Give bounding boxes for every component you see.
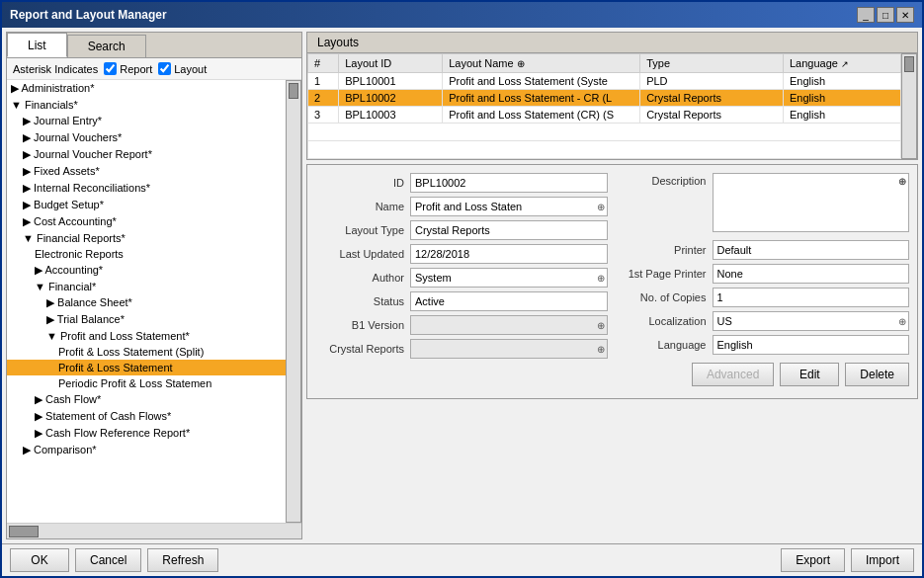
- layout-checkbox[interactable]: [158, 62, 171, 75]
- detail-name-row: Name Profit and Loss Staten: [315, 197, 608, 216]
- advanced-button[interactable]: Advanced: [692, 363, 774, 386]
- tree-item-profit-loss-statement[interactable]: ▼ Profit and Loss Statement*: [7, 328, 286, 344]
- close-button[interactable]: ✕: [896, 7, 914, 23]
- details-right-col: Description ⊕ Printer Default 1st Pag: [618, 173, 910, 390]
- col-language[interactable]: Language ↗: [783, 54, 900, 73]
- col-layout-name[interactable]: Layout Name ⊕: [443, 54, 640, 73]
- tree-item-internal-reconciliations[interactable]: ▶ Internal Reconciliations*: [7, 180, 286, 197]
- tree-item-pls-split[interactable]: Profit & Loss Statement (Split): [7, 344, 286, 360]
- cell-language: English: [783, 90, 900, 107]
- tree-container[interactable]: ▶ Administration* ▼ Financials* ▶ Journa…: [7, 80, 286, 523]
- layout-label: Layout: [174, 63, 207, 75]
- detail-status-row: Status Active: [315, 291, 608, 311]
- col-layout-id[interactable]: Layout ID: [339, 54, 443, 73]
- table-row[interactable]: 3 BPL10003 Profit and Loss Statement (CR…: [308, 107, 901, 124]
- detail-id-row: ID BPL10002: [315, 173, 608, 193]
- tree-item-financial[interactable]: ▼ Financial*: [7, 279, 286, 294]
- import-button[interactable]: Import: [851, 548, 914, 572]
- tree-item-journal-entry[interactable]: ▶ Journal Entry*: [7, 113, 286, 129]
- no-of-copies-label: No. of Copies: [618, 291, 707, 303]
- col-type[interactable]: Type: [640, 54, 784, 73]
- right-panel: Layouts # Layout ID Layout Name ⊕ Type L…: [306, 32, 918, 539]
- tree-item-pls[interactable]: Profit & Loss Statement: [7, 360, 286, 375]
- detail-language-row: Language English: [618, 335, 910, 355]
- tree-item-fixed-assets[interactable]: ▶ Fixed Assets*: [7, 163, 286, 180]
- tree-item-electronic-reports[interactable]: Electronic Reports: [7, 246, 286, 262]
- detail-printer-row: Printer Default: [618, 240, 910, 260]
- tree-item-comparison[interactable]: ▶ Comparison*: [7, 442, 286, 458]
- layout-type-value[interactable]: Crystal Reports: [410, 220, 608, 240]
- localization-value[interactable]: US: [713, 311, 910, 331]
- layouts-section: Layouts # Layout ID Layout Name ⊕ Type L…: [306, 32, 918, 160]
- id-value[interactable]: BPL10002: [410, 173, 608, 193]
- export-button[interactable]: Export: [781, 548, 845, 572]
- b1-version-label: B1 Version: [315, 319, 404, 331]
- title-bar: Report and Layout Manager _ □ ✕: [2, 2, 922, 28]
- tree-item-administration[interactable]: ▶ Administration*: [7, 80, 286, 97]
- tree-item-cost-accounting[interactable]: ▶ Cost Accounting*: [7, 213, 286, 230]
- cell-layout-id: BPL10001: [339, 73, 443, 90]
- cell-type: PLD: [640, 73, 784, 90]
- left-panel: List Search Asterisk Indicates Report La…: [6, 32, 302, 539]
- detail-author-row: Author System: [315, 268, 608, 288]
- status-value[interactable]: Active: [410, 291, 608, 311]
- refresh-button[interactable]: Refresh: [147, 548, 218, 572]
- tree-item-journal-vouchers[interactable]: ▶ Journal Vouchers*: [7, 129, 286, 146]
- tree-item-balance-sheet[interactable]: ▶ Balance Sheet*: [7, 294, 286, 311]
- tree-item-budget-setup[interactable]: ▶ Budget Setup*: [7, 197, 286, 213]
- detail-b1-version-row: B1 Version: [315, 315, 608, 335]
- ok-button[interactable]: OK: [10, 548, 69, 572]
- window-controls: _ □ ✕: [857, 7, 914, 23]
- table-row[interactable]: 1 BPL10001 Profit and Loss Statement (Sy…: [308, 73, 901, 90]
- window-title: Report and Layout Manager: [10, 8, 167, 22]
- col-num[interactable]: #: [308, 54, 339, 73]
- tree-item-statement-cash-flows[interactable]: ▶ Statement of Cash Flows*: [7, 408, 286, 425]
- detail-no-of-copies-row: No. of Copies 1: [618, 288, 910, 307]
- layouts-scrollbar[interactable]: [901, 53, 917, 159]
- first-page-printer-value[interactable]: None: [713, 264, 910, 284]
- tree-item-financial-reports[interactable]: ▼ Financial Reports*: [7, 230, 286, 246]
- delete-button[interactable]: Delete: [845, 363, 909, 386]
- no-of-copies-value[interactable]: 1: [713, 288, 910, 307]
- tree-item-cash-flow[interactable]: ▶ Cash Flow*: [7, 391, 286, 408]
- tree-scrollbar[interactable]: [286, 80, 301, 523]
- tree-item-periodic-pls[interactable]: Periodic Profit & Loss Statemen: [7, 375, 286, 391]
- cell-layout-name: Profit and Loss Statement (CR) (S: [443, 107, 640, 124]
- cell-layout-name: Profit and Loss Statement (Syste: [443, 73, 640, 90]
- tab-list[interactable]: List: [7, 33, 67, 57]
- crystal-reports-value[interactable]: [410, 339, 608, 359]
- maximize-button[interactable]: □: [877, 7, 894, 23]
- cell-type: Crystal Reports: [640, 107, 784, 124]
- report-filter[interactable]: Report: [104, 62, 152, 75]
- tab-search[interactable]: Search: [67, 35, 146, 57]
- minimize-button[interactable]: _: [857, 7, 875, 23]
- detail-localization-row: Localization US: [618, 311, 910, 331]
- cell-layout-id: BPL10003: [339, 107, 443, 124]
- tree-item-trial-balance[interactable]: ▶ Trial Balance*: [7, 311, 286, 328]
- tree-item-accounting[interactable]: ▶ Accounting*: [7, 262, 286, 279]
- tree-item-financials[interactable]: ▼ Financials*: [7, 97, 286, 113]
- layouts-table: # Layout ID Layout Name ⊕ Type Language …: [307, 53, 901, 159]
- edit-button[interactable]: Edit: [780, 363, 839, 386]
- author-value[interactable]: System: [410, 268, 608, 288]
- tree-item-journal-voucher-report[interactable]: ▶ Journal Voucher Report*: [7, 146, 286, 163]
- table-row[interactable]: 2 BPL10002 Profit and Loss Statement - C…: [308, 90, 901, 107]
- localization-label: Localization: [618, 315, 707, 327]
- cell-num: 3: [308, 107, 339, 124]
- layout-filter[interactable]: Layout: [158, 62, 207, 75]
- description-value[interactable]: ⊕: [713, 173, 910, 232]
- cell-num: 2: [308, 90, 339, 107]
- printer-value[interactable]: Default: [713, 240, 910, 260]
- last-updated-label: Last Updated: [315, 248, 404, 260]
- detail-last-updated-row: Last Updated 12/28/2018: [315, 244, 608, 264]
- cancel-button[interactable]: Cancel: [75, 548, 141, 572]
- main-window: Report and Layout Manager _ □ ✕ List Sea…: [0, 0, 924, 578]
- language-value[interactable]: English: [713, 335, 910, 355]
- name-value[interactable]: Profit and Loss Staten: [410, 197, 608, 216]
- tree-horizontal-scrollbar[interactable]: [7, 523, 301, 538]
- details-left-col: ID BPL10002 Name Profit and Loss Staten …: [315, 173, 608, 390]
- report-checkbox[interactable]: [104, 62, 117, 75]
- b1-version-value[interactable]: [410, 315, 608, 335]
- tree-item-cash-flow-reference[interactable]: ▶ Cash Flow Reference Report*: [7, 425, 286, 442]
- last-updated-value[interactable]: 12/28/2018: [410, 244, 608, 264]
